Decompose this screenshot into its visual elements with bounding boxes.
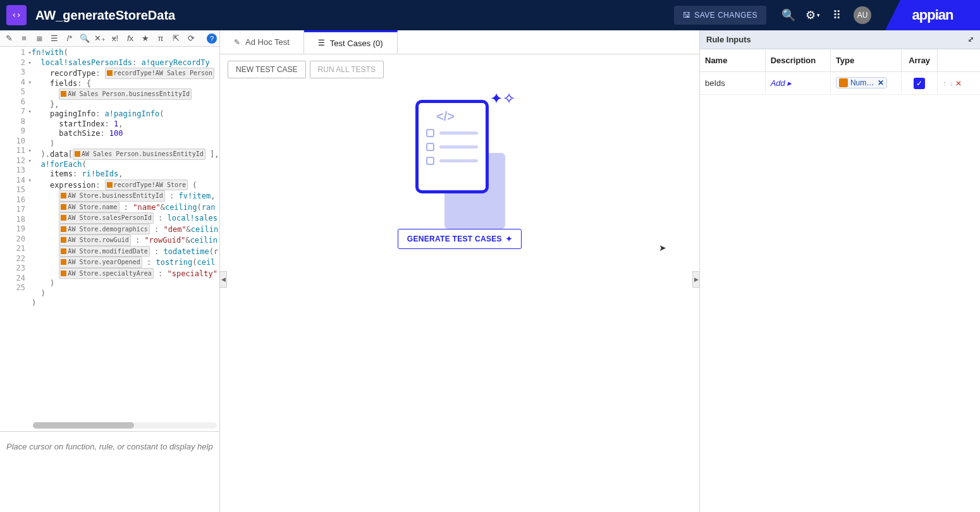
toolbar-search-icon[interactable]: 🔍 — [78, 34, 91, 43]
new-test-case-button[interactable]: NEW TEST CASE — [228, 61, 306, 78]
ri-type-chip[interactable]: Num… ✕ — [836, 77, 887, 88]
ri-row-actions: ↑ ↓ ✕ — [943, 79, 975, 88]
ri-array-checkbox[interactable]: ✓ — [914, 78, 925, 89]
generate-test-cases-button[interactable]: GENERATE TEST CASES ✦ — [398, 229, 522, 249]
scrollbar-thumb[interactable] — [33, 422, 134, 429]
rule-inputs-header: Rule Inputs ⤢ — [700, 30, 980, 49]
tab-test-cases[interactable]: ☰ Test Cases (0) — [304, 30, 398, 54]
rule-inputs-panel: Rule Inputs ⤢ Name Description Type Arra… — [699, 30, 980, 512]
ri-type-label: Num… — [850, 78, 874, 87]
toolbar-comment-icon[interactable]: /* — [63, 34, 76, 43]
toolbar-pi-icon[interactable]: π — [154, 34, 167, 43]
tab-adhoc-test[interactable]: ✎ Ad Hoc Test — [220, 30, 304, 54]
toolbar-list-icon[interactable]: ☰ — [48, 34, 61, 43]
maximize-icon[interactable]: ⤢ — [968, 35, 974, 44]
code-icon — [11, 9, 22, 21]
page-title: AW_generateStoreData — [35, 8, 175, 23]
test-cases-empty-state: </> ✦✧ GENERATE TEST CASES ✦ — [220, 100, 699, 249]
save-icon: 🖫 — [683, 11, 691, 20]
move-up-icon[interactable]: ↑ — [943, 79, 946, 88]
gear-icon: ⚙ — [805, 8, 816, 22]
tab-cases-label: Test Cases (0) — [330, 39, 383, 48]
rule-input-row: beIds Add ▸ Num… ✕ ✓ ↑ ↓ — [700, 72, 980, 95]
code-gutter: 1234567891011121314151617181920212223242… — [0, 47, 32, 431]
toolbar-help-icon[interactable]: ? — [207, 34, 217, 44]
col-actions — [938, 49, 980, 72]
code-editor[interactable]: 1234567891011121314151617181920212223242… — [0, 47, 219, 431]
sparkle-icon: ✦✧ — [490, 90, 515, 107]
apps-grid-button[interactable]: ⠿ — [824, 0, 848, 30]
global-search-button[interactable]: 🔍 — [776, 0, 800, 30]
rule-inputs-title: Rule Inputs — [706, 35, 751, 44]
main-content: ✎ ≡ ≣ ☰ /* 🔍 ✕₊ x! fx ★ π ⇱ ⟳ ? 12345678… — [0, 30, 980, 512]
test-tabs: ✎ Ad Hoc Test ☰ Test Cases (0) — [220, 30, 699, 54]
ri-name-cell[interactable]: beIds — [700, 72, 765, 95]
empty-illustration: </> ✦✧ — [415, 100, 504, 214]
code-body[interactable]: fn!with( local!salesPersonIds: a!queryRe… — [32, 47, 219, 431]
app-logo — [6, 5, 27, 25]
pencil-icon: ✎ — [234, 38, 240, 47]
toolbar-shuffle-icon[interactable]: ✕₊ — [94, 34, 106, 43]
test-case-buttons: NEW TEST CASE RUN ALL TESTS — [220, 54, 699, 85]
clear-type-icon[interactable]: ✕ — [878, 78, 884, 87]
delete-row-icon[interactable]: ✕ — [955, 79, 962, 88]
collapse-left-handle[interactable]: ◀ — [219, 271, 227, 288]
search-icon: 🔍 — [781, 8, 795, 22]
grid-icon: ⠿ — [833, 8, 841, 22]
toolbar-indent-icon[interactable]: ≣ — [33, 34, 46, 43]
generate-label: GENERATE TEST CASES — [407, 235, 502, 243]
toolbar-export-icon[interactable]: ⇱ — [169, 34, 182, 43]
ri-add-description-link[interactable]: Add ▸ — [771, 78, 792, 88]
run-all-tests-button[interactable]: RUN ALL TESTS — [310, 61, 384, 78]
col-name: Name — [700, 49, 765, 72]
list-icon: ☰ — [318, 39, 325, 47]
save-label: SAVE CHANGES — [694, 11, 757, 20]
toolbar-refresh-icon[interactable]: ⟳ — [185, 34, 197, 43]
col-description: Description — [765, 49, 830, 72]
toolbar-outdent-icon[interactable]: ≡ — [18, 34, 30, 43]
collapse-right-handle[interactable]: ▶ — [692, 271, 700, 288]
save-changes-button[interactable]: 🖫 SAVE CHANGES — [674, 6, 766, 25]
move-down-icon[interactable]: ↓ — [949, 79, 953, 88]
code-tag-icon: </> — [436, 109, 455, 124]
editor-horizontal-scrollbar[interactable] — [33, 422, 217, 429]
code-help-pane: Place cursor on function, rule, or const… — [0, 431, 219, 512]
user-avatar[interactable]: AU — [854, 6, 871, 24]
brand-logo: appian — [885, 0, 980, 30]
toolbar-format-icon[interactable]: ✎ — [3, 34, 15, 43]
chevron-down-icon: ▾ — [817, 12, 820, 18]
test-panel: ◀ ▶ ✎ Ad Hoc Test ☰ Test Cases (0) NEW T… — [220, 30, 699, 512]
code-panel: ✎ ≡ ≣ ☰ /* 🔍 ✕₊ x! fx ★ π ⇱ ⟳ ? 12345678… — [0, 30, 220, 512]
toolbar-remove-fx-icon[interactable]: x! — [109, 34, 121, 43]
mouse-cursor: ➤ — [659, 243, 666, 253]
toolbar-fx-icon[interactable]: fx — [124, 34, 137, 43]
type-icon — [839, 78, 848, 87]
col-array: Array — [902, 49, 938, 72]
rule-inputs-table: Name Description Type Array beIds Add ▸ … — [700, 49, 980, 95]
col-type: Type — [830, 49, 901, 72]
settings-menu-button[interactable]: ⚙▾ — [800, 0, 824, 30]
code-toolbar: ✎ ≡ ≣ ☰ /* 🔍 ✕₊ x! fx ★ π ⇱ ⟳ ? — [0, 30, 219, 47]
tab-adhoc-label: Ad Hoc Test — [245, 37, 290, 47]
topbar: AW_generateStoreData 🖫 SAVE CHANGES 🔍 ⚙▾… — [0, 0, 980, 30]
toolbar-star-icon[interactable]: ★ — [139, 34, 152, 43]
sparkle-icon: ✦ — [506, 235, 512, 243]
